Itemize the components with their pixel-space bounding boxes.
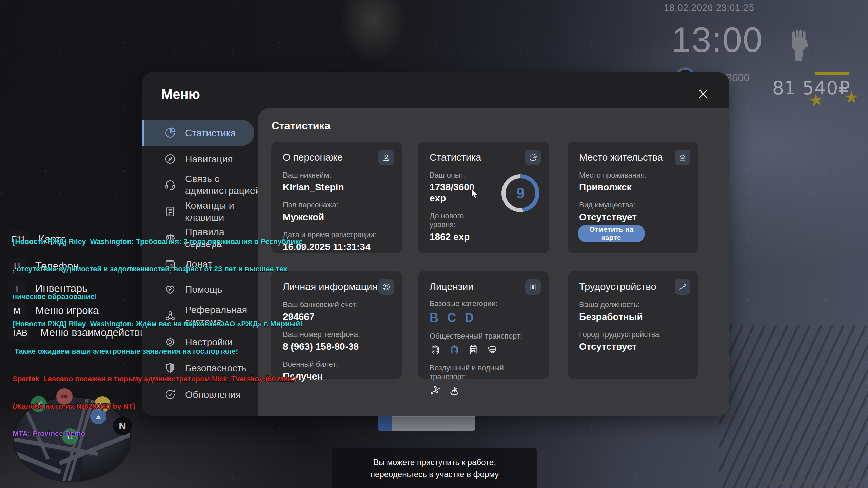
chat-line: Spartak_Lascano посажен в тюрьму админис…: [13, 374, 303, 384]
chat-line: , отсутствие судимостей и задолженностей…: [13, 265, 303, 274]
server-version-label: MTA Province #4 (build: 1): [768, 478, 865, 487]
sidebar-item-admin-contact[interactable]: Связь с администрацией: [142, 171, 254, 198]
tram-icon: [449, 344, 460, 357]
trolleybus-icon: [430, 344, 441, 357]
content-title: Статистика: [272, 120, 330, 132]
train-icon: [468, 344, 479, 357]
sidebar-item-navigation[interactable]: Навигация: [142, 146, 254, 172]
chat-line: MTA: Province Demo: [13, 429, 303, 439]
chat-line: [Новости РЖД] Riley_Washington: Требован…: [13, 237, 303, 246]
headset-icon: [164, 179, 176, 191]
game-screen: F11 Карта U Телефон I Инвентарь M Меню и…: [0, 0, 868, 488]
plane-icon: [430, 385, 441, 398]
chat-line: Также ожидаем ваши электронные заявления…: [13, 347, 303, 356]
user-circle-icon: [378, 279, 394, 295]
wanted-star-icon: ★: [807, 89, 825, 111]
compass-icon: [164, 153, 176, 165]
pie-chart-icon: [525, 150, 541, 165]
public-transport-licenses: [430, 344, 537, 357]
raised-fist-icon: [787, 26, 810, 62]
hud-clock: 13:00: [671, 20, 763, 60]
card-statistics: Статистика Ваш опыт:1738/3600 exp До нов…: [418, 142, 549, 253]
commands-list-icon: [164, 205, 176, 218]
experience-progress-ring: 9: [501, 174, 539, 212]
air-water-licenses: [430, 385, 537, 398]
chat-line: [Новости РЖД] Riley_Washington: Ждём вас…: [13, 320, 303, 329]
close-button[interactable]: [695, 86, 711, 102]
sidebar-item-statistics[interactable]: Статистика: [142, 120, 254, 146]
chat-line: (Жалоба на гр-их №6290(Б) by NT): [13, 402, 303, 411]
bridge-silhouette: [719, 325, 868, 488]
ship-icon: [449, 385, 460, 398]
license-categories: B C D: [430, 311, 537, 325]
id-card-icon: [525, 279, 541, 295]
menu-content-panel: Статистика О персонаже Ваш никнейм:Kirla…: [258, 108, 729, 416]
card-residence: Место жительства Место проживания:Привол…: [568, 142, 698, 253]
card-licenses: Лицензии Базовые категории: B C D Общест…: [418, 271, 549, 379]
person-icon: [378, 150, 394, 165]
conductor-cap-icon: [487, 344, 498, 357]
pie-chart-icon: [164, 127, 176, 139]
close-icon: [697, 88, 709, 100]
mark-on-map-button[interactable]: Отметить на карте: [578, 225, 645, 242]
home-icon: [675, 150, 690, 165]
level-number: 9: [516, 185, 525, 202]
wanted-star-icon: ★: [844, 87, 859, 107]
chat-log: [Новости РЖД] Riley_Washington: Требован…: [13, 219, 303, 457]
card-employment: Трудоустройство Ваша должность:Безработн…: [568, 271, 698, 379]
armor-bar: [815, 72, 849, 75]
hud-datetime: 18.02.2026 23:01:25: [664, 3, 754, 13]
pickaxe-icon: [675, 279, 690, 295]
menu-window-title: Меню: [161, 87, 200, 102]
job-notification-toast: Вы можете приступить к работе, переодень…: [332, 448, 537, 488]
chat-line: ническое образование!: [13, 292, 303, 301]
